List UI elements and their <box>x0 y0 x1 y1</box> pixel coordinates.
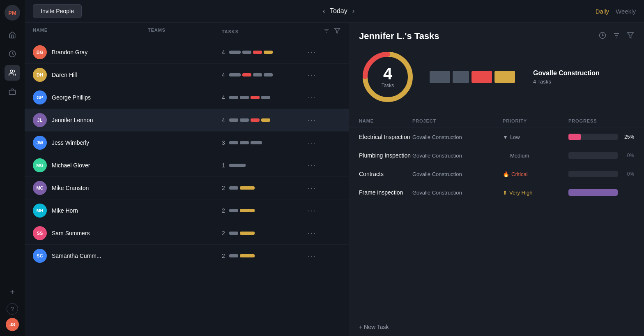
today-label: Today <box>330 7 347 15</box>
next-day-button[interactable]: › <box>352 7 354 15</box>
panel-controls <box>599 32 634 41</box>
task-priority: ▼ Low <box>503 134 568 140</box>
person-row[interactable]: SSSam Summers2··· <box>25 222 349 245</box>
user-avatar-sidebar[interactable]: JS <box>6 318 19 331</box>
person-row[interactable]: BGBrandon Gray4··· <box>25 41 349 64</box>
daily-view-button[interactable]: Daily <box>596 8 609 15</box>
task-bars <box>229 51 273 54</box>
priority-icon: ⬆ <box>503 190 507 196</box>
invite-people-button[interactable]: Invite People <box>33 4 82 18</box>
avatar: DH <box>33 68 47 82</box>
more-options-button[interactable]: ··· <box>308 48 340 57</box>
summary-row: 4 Tasks Govalle Construction 4 Tasks <box>349 48 644 114</box>
tasks-count: 4 <box>222 117 225 123</box>
more-options-button[interactable]: ··· <box>308 71 340 79</box>
person-name-text: Michael Glover <box>52 162 90 169</box>
task-name: Plumbing Inspection <box>359 152 412 159</box>
person-tasks-cell: 2 <box>222 185 308 191</box>
more-options-button[interactable]: ··· <box>308 116 340 125</box>
person-row[interactable]: SCSamantha Cumm...2··· <box>25 245 349 267</box>
task-progress <box>568 189 634 196</box>
sidebar-item-add[interactable]: + <box>5 284 20 300</box>
clock-icon[interactable] <box>599 32 606 41</box>
person-row[interactable]: MHMike Horn2··· <box>25 199 349 222</box>
col-name: NAME <box>33 28 148 36</box>
task-bars <box>229 141 262 144</box>
task-name: Electrical Inspection <box>359 134 412 140</box>
task-row[interactable]: Electrical InspectionGovalle Constructio… <box>349 128 644 146</box>
person-name-cell: SSSam Summers <box>33 226 148 240</box>
person-tasks-cell: 4 <box>222 117 308 123</box>
tasks-count: 2 <box>222 253 225 259</box>
avatar: JW <box>33 136 47 150</box>
filter-icon[interactable] <box>334 28 340 36</box>
tasks-count: 2 <box>222 207 225 214</box>
people-table-header: NAME TEAMS TASKS <box>25 23 349 41</box>
svg-rect-2 <box>9 90 16 95</box>
sidebar-item-projects[interactable] <box>5 84 20 100</box>
person-tasks-cell: 2 <box>222 207 308 214</box>
tasks-col-progress: PROGRESS <box>568 118 634 123</box>
sidebar-item-people[interactable] <box>5 65 20 81</box>
person-row[interactable]: MGMichael Glover1··· <box>25 154 349 177</box>
task-bars <box>229 73 273 76</box>
person-tasks-cell: 3 <box>222 139 308 146</box>
task-bars <box>229 164 246 167</box>
project-name: Govalle Construction <box>533 70 600 77</box>
person-name-text: Daren Hill <box>52 72 77 78</box>
today-navigation: ‹ Today › <box>323 7 354 15</box>
panel-filter-icon[interactable] <box>627 32 634 41</box>
more-options-button[interactable]: ··· <box>308 93 340 102</box>
person-name-cell: MCMike Cranston <box>33 181 148 195</box>
sidebar-item-help[interactable]: ? <box>7 303 18 315</box>
task-detail-panel: Jennifer L.'s Tasks <box>349 23 644 336</box>
person-row[interactable]: DHDaren Hill4··· <box>25 64 349 86</box>
task-progress: 25% <box>568 134 634 140</box>
person-name-text: Mike Cranston <box>52 185 89 191</box>
task-project: Govalle Construction <box>412 171 503 177</box>
task-project: Govalle Construction <box>412 190 503 196</box>
settings-icon[interactable] <box>613 32 620 41</box>
prev-day-button[interactable]: ‹ <box>323 7 325 15</box>
sidebar-item-history[interactable] <box>5 46 20 62</box>
person-tasks-cell: 1 <box>222 162 308 169</box>
task-bars <box>229 118 270 122</box>
more-options-button[interactable]: ··· <box>308 206 340 215</box>
new-task-button[interactable]: + New Task <box>349 318 644 336</box>
avatar: MG <box>33 158 47 172</box>
more-options-button[interactable]: ··· <box>308 252 340 260</box>
task-name: Contracts <box>359 171 412 177</box>
more-options-button[interactable]: ··· <box>308 184 340 192</box>
tasks-count: 4 <box>222 94 225 101</box>
app-logo[interactable]: PM <box>5 5 20 21</box>
person-row[interactable]: MCMike Cranston2··· <box>25 177 349 199</box>
avatar: SC <box>33 249 47 263</box>
summary-bars <box>430 71 515 83</box>
progress-text: 0% <box>621 171 634 177</box>
sidebar-item-home[interactable] <box>5 27 20 43</box>
header-controls: TASKS <box>222 28 308 36</box>
tasks-table-header: NAME PROJECT PRIORITY PROGRESS <box>349 114 644 128</box>
tasks-col-priority: PRIORITY <box>503 118 568 123</box>
col-teams: TEAMS <box>148 28 222 36</box>
more-options-button[interactable]: ··· <box>308 161 340 170</box>
person-name-cell: MGMichael Glover <box>33 158 148 172</box>
person-row[interactable]: GPGeorge Phillips4··· <box>25 86 349 109</box>
more-options-button[interactable]: ··· <box>308 139 340 147</box>
person-row[interactable]: JWJess Wimberly3··· <box>25 132 349 154</box>
task-row[interactable]: ContractsGovalle Construction🔥 Critical0… <box>349 165 644 183</box>
person-tasks-cell: 2 <box>222 253 308 259</box>
tasks-count: 4 <box>222 49 225 56</box>
avatar: MC <box>33 181 47 195</box>
weekly-view-button[interactable]: Weekly <box>616 8 636 15</box>
tasks-col-project: PROJECT <box>412 118 503 123</box>
main-content: Invite People ‹ Today › Daily Weekly NAM… <box>25 0 644 336</box>
task-priority: ⬆ Very High <box>503 190 568 196</box>
more-options-button[interactable]: ··· <box>308 229 340 238</box>
task-row[interactable]: Frame inspectionGovalle Construction⬆ Ve… <box>349 183 644 202</box>
filter-settings-icon[interactable] <box>323 28 330 36</box>
person-tasks-cell: 2 <box>222 230 308 236</box>
task-row[interactable]: Plumbing InspectionGovalle Construction—… <box>349 146 644 165</box>
person-row[interactable]: JLJennifer Lennon4··· <box>25 109 349 132</box>
person-tasks-cell: 4 <box>222 49 308 56</box>
